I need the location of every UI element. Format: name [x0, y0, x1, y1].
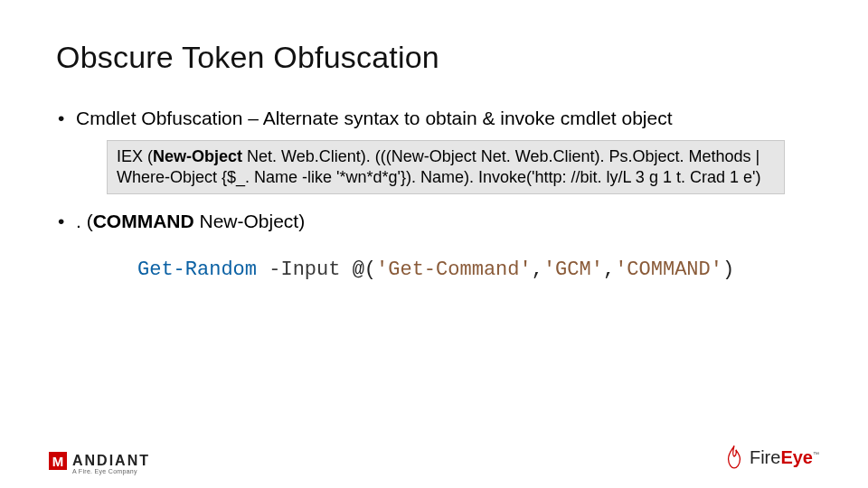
ps-splat-at: @	[353, 258, 364, 281]
bullet-2-prefix: . (	[76, 211, 93, 231]
ps-str-3: 'COMMAND'	[615, 258, 722, 281]
fireeye-tm: ™	[813, 451, 819, 457]
mandiant-sub: A Fire. Eye Company	[72, 468, 137, 474]
bullet-1-prefix: Cmdlet Obfuscation	[76, 108, 248, 128]
bullet-list: Cmdlet Obfuscation – Alternate syntax to…	[56, 106, 812, 131]
ps-str-1: 'Get-Command'	[376, 258, 532, 281]
code-box: IEX (New-Object Net. Web.Client). (((New…	[107, 140, 785, 194]
fireeye-logo: FireEye™	[724, 445, 819, 470]
bullet-2: . (COMMAND New-Object)	[56, 209, 812, 234]
code-pre: IEX (	[117, 147, 153, 165]
fireeye-text: FireEye™	[750, 447, 819, 468]
ps-comma-2: ,	[603, 258, 615, 281]
bullet-1-dash: –	[248, 108, 262, 128]
ps-str-2: 'GCM'	[543, 258, 603, 281]
ps-comma-1: ,	[532, 258, 543, 281]
bullet-2-rest: New-Object)	[194, 211, 306, 231]
ps-cmdlet: Get-Random	[137, 258, 257, 281]
ps-rparen: )	[722, 258, 734, 281]
bullet-list-2: . (COMMAND New-Object)	[56, 209, 812, 234]
bullet-2-bold: COMMAND	[93, 211, 194, 231]
bullet-1: Cmdlet Obfuscation – Alternate syntax to…	[56, 106, 812, 131]
fireeye-eye: Eye	[780, 447, 813, 467]
mandiant-glyph: M	[49, 452, 67, 470]
mandiant-name: ANDIANT	[72, 453, 150, 469]
ps-lparen: (	[364, 258, 376, 281]
bullet-1-rest: Alternate syntax to obtain & invoke cmdl…	[263, 108, 673, 128]
powershell-line: Get-Random -Input @('Get-Command','GCM',…	[137, 258, 812, 281]
flame-icon	[724, 445, 744, 470]
fireeye-fire: Fire	[750, 447, 780, 467]
footer: M ANDIANT A Fire. Eye Company FireEye™	[0, 441, 868, 474]
ps-param: -Input	[269, 258, 340, 281]
code-bold: New-Object	[153, 147, 242, 165]
mandiant-logo: M ANDIANT A Fire. Eye Company	[49, 452, 150, 470]
slide-title: Obscure Token Obfuscation	[56, 40, 812, 75]
